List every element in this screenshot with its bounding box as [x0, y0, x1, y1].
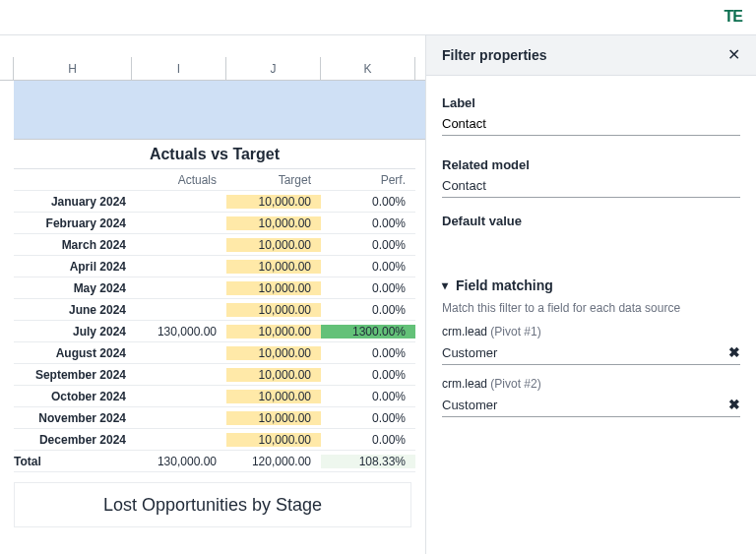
remove-icon[interactable]: ✖: [728, 344, 740, 360]
total-row[interactable]: Total 130,000.00 120,000.00 108.33%: [14, 451, 415, 472]
cell-month: November 2024: [14, 411, 132, 425]
match-value: Customer: [442, 345, 497, 360]
panel-header: Filter properties ✕: [426, 35, 756, 76]
table-row[interactable]: September 202410,000.000.00%: [14, 364, 415, 386]
cell-perf: 0.00%: [321, 303, 415, 317]
table-row[interactable]: April 202410,000.000.00%: [14, 256, 415, 277]
label-field-label: Label: [442, 95, 740, 110]
chart-title: Lost Opportunities by Stage: [103, 495, 322, 516]
match-source: crm.lead (Pivot #2): [442, 377, 740, 391]
cell-month: April 2024: [14, 260, 132, 274]
cell-month: July 2024: [14, 325, 132, 339]
cell-actuals: 130,000.00: [132, 325, 226, 339]
cell-target: 10,000.00: [226, 346, 321, 360]
column-headers: H I J K: [0, 57, 425, 81]
cell-perf: 0.00%: [321, 368, 415, 382]
cell-perf: 0.00%: [321, 433, 415, 447]
table-title[interactable]: Actuals vs Target: [14, 140, 415, 169]
cell-month: August 2024: [14, 346, 132, 360]
cell-target: 10,000.00: [226, 281, 321, 295]
remove-icon[interactable]: ✖: [728, 397, 740, 412]
cell-perf: 0.00%: [321, 238, 415, 252]
col-header-K[interactable]: K: [321, 57, 415, 80]
label-input[interactable]: [442, 110, 740, 136]
panel-title: Filter properties: [442, 47, 547, 63]
cell-perf: 0.00%: [321, 260, 415, 274]
total-label: Total: [14, 455, 132, 468]
data-grid: Actuals Target Perf. January 202410,000.…: [14, 169, 415, 472]
field-matching-title: Field matching: [456, 277, 553, 293]
table-row[interactable]: May 202410,000.000.00%: [14, 277, 415, 299]
panel-body: Label Related model Contact Default valu…: [426, 76, 756, 554]
cell-month: September 2024: [14, 368, 132, 382]
close-icon[interactable]: ✕: [727, 47, 740, 63]
table-row[interactable]: July 2024130,000.0010,000.001300.00%: [14, 321, 415, 342]
cell-perf: 0.00%: [321, 390, 415, 403]
main: H I J K Actuals vs Target Actuals Target…: [0, 35, 756, 554]
cell-month: January 2024: [14, 195, 132, 209]
brand-logo: TE: [724, 8, 742, 26]
filter-properties-panel: Filter properties ✕ Label Related model …: [425, 35, 756, 554]
chevron-down-icon: ▾: [442, 278, 448, 292]
field-matching-hint: Match this filter to a field for each da…: [442, 301, 740, 315]
table-row[interactable]: March 202410,000.000.00%: [14, 234, 415, 256]
grid-header-row: Actuals Target Perf.: [14, 169, 415, 191]
table-row[interactable]: January 202410,000.000.00%: [14, 191, 415, 213]
total-actuals: 130,000.00: [132, 455, 226, 468]
cell-target: 10,000.00: [226, 390, 321, 403]
cell-month: June 2024: [14, 303, 132, 317]
table-row[interactable]: August 202410,000.000.00%: [14, 342, 415, 364]
total-perf: 108.33%: [321, 455, 415, 468]
related-model-value[interactable]: Contact: [442, 172, 740, 198]
table-row[interactable]: November 202410,000.000.00%: [14, 407, 415, 429]
field-matching-toggle[interactable]: ▾ Field matching: [442, 277, 740, 293]
table-row[interactable]: December 202410,000.000.00%: [14, 429, 415, 451]
cell-perf: 0.00%: [321, 216, 415, 230]
cell-target: 10,000.00: [226, 195, 321, 209]
cell-perf: 1300.00%: [321, 325, 415, 339]
gutter: [0, 57, 14, 80]
related-model-label: Related model: [442, 157, 740, 172]
cell-month: May 2024: [14, 281, 132, 295]
table-row[interactable]: February 202410,000.000.00%: [14, 213, 415, 234]
cell-target: 10,000.00: [226, 368, 321, 382]
chart-card[interactable]: Lost Opportunities by Stage: [14, 482, 411, 527]
cell-month: December 2024: [14, 433, 132, 447]
field-match-item: crm.lead (Pivot #2)Customer✖: [442, 377, 740, 417]
cell-target: 10,000.00: [226, 325, 321, 339]
cell-month: February 2024: [14, 216, 132, 230]
match-source: crm.lead (Pivot #1): [442, 325, 740, 339]
match-row[interactable]: Customer✖: [442, 393, 740, 417]
cell-target: 10,000.00: [226, 238, 321, 252]
table-row[interactable]: October 202410,000.000.00%: [14, 386, 415, 407]
match-row[interactable]: Customer✖: [442, 340, 740, 365]
cell-perf: 0.00%: [321, 281, 415, 295]
cell-target: 10,000.00: [226, 303, 321, 317]
total-target: 120,000.00: [226, 455, 321, 468]
cell-target: 10,000.00: [226, 260, 321, 274]
table-row[interactable]: June 202410,000.000.00%: [14, 299, 415, 321]
col-header-J[interactable]: J: [226, 57, 321, 80]
hdr-actuals: Actuals: [132, 173, 226, 187]
match-value: Customer: [442, 398, 497, 412]
cell-month: October 2024: [14, 390, 132, 403]
field-match-item: crm.lead (Pivot #1)Customer✖: [442, 325, 740, 365]
cell-target: 10,000.00: [226, 433, 321, 447]
topbar: TE: [0, 0, 756, 35]
spreadsheet-area[interactable]: H I J K Actuals vs Target Actuals Target…: [0, 35, 425, 554]
cell-perf: 0.00%: [321, 346, 415, 360]
cell-target: 10,000.00: [226, 411, 321, 425]
hdr-target: Target: [226, 173, 321, 187]
cell-perf: 0.00%: [321, 411, 415, 425]
col-header-H[interactable]: H: [14, 57, 132, 80]
hdr-perf: Perf.: [321, 173, 415, 187]
selection-band[interactable]: [14, 81, 425, 140]
cell-perf: 0.00%: [321, 195, 415, 209]
cell-month: March 2024: [14, 238, 132, 252]
col-header-I[interactable]: I: [132, 57, 226, 80]
cell-target: 10,000.00: [226, 216, 321, 230]
default-value-label: Default value: [442, 214, 740, 228]
